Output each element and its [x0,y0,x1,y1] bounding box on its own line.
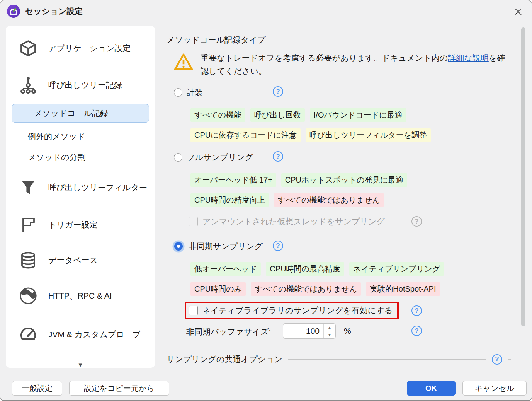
badge-row: CPU時間のみ すべての機能ではありません 実験的HotSpot-API [190,282,440,296]
sidebar-item-label: メソッドコール記録 [34,108,108,119]
help-icon-full-sampling[interactable]: ? [273,151,283,162]
sidebar-item-http-rpc-ai[interactable]: HTTP、RPC & AI [6,286,155,306]
warning-text-before: 重要なトレードオフを考慮する必要があります。ドキュメント内の [201,53,448,62]
help-icon-async-sampling[interactable]: ? [273,241,283,251]
sidebar-item-label: トリガー設定 [48,219,97,230]
copy-settings-from-button[interactable]: 設定をコピー元から [69,381,169,396]
radio-label[interactable]: フルサンプリング [187,152,253,163]
divider [271,40,507,40]
warning-icon [173,51,194,73]
dialog-title: セッション設定 [25,6,83,17]
help-icon-sample-unmounted: ? [411,216,422,227]
titlebar: セッション設定 [0,0,532,22]
limitation-badge: すべての機能ではありません [274,193,384,207]
caution-badge: CPUに依存するコードに注意 [190,128,301,142]
radio-instrumentation[interactable] [174,88,182,97]
feature-badge: 呼び出し回数 [250,108,305,122]
buffer-size-label: 非同期バッファサイズ: [186,326,271,337]
limitation-badge: すべての機能ではありません [251,282,361,296]
limitation-badge: 実験的HotSpot-API [366,282,440,296]
scrollbar-thumb[interactable] [521,27,525,326]
badge-row: CPU時間の精度向上 すべての機能ではありません [190,193,384,207]
spinner-up-icon[interactable]: ▲ [324,324,335,331]
checkbox-enable-native-library-sampling[interactable] [189,306,198,315]
sidebar-item-method-call-recording[interactable]: メソッドコール記録 [12,104,149,123]
flag-icon [19,215,37,234]
spinner-buttons: ▲ ▼ [323,324,335,338]
buffer-size-spinner: ▲ ▼ [283,323,336,339]
call-tree-icon [19,76,37,94]
feature-badge: ネイティブサンプリング [349,262,444,276]
sidebar-item-exceptional-methods[interactable]: 例外的メソッド [6,130,155,143]
divider [288,359,486,360]
sidebar-item-jvm-custom-probes[interactable]: JVM & カスタムプローブ [6,324,155,345]
sidebar-item-label: アプリケーション設定 [48,43,131,54]
checkbox-row-sample-unmounted: アンマウントされた仮想スレッドをサンプリング [189,216,385,227]
help-icon-instrumentation[interactable]: ? [273,86,283,97]
sidebar-item-split-methods[interactable]: メソッドの分割 [6,150,155,164]
divider [508,359,511,360]
radio-row-instrumentation: 計装 [174,87,203,98]
section-recording-type: メソッドコール記録タイプ [167,34,507,45]
sidebar-item-call-tree-filters[interactable]: 呼び出しツリーフィルター [6,177,155,198]
checkbox-sample-unmounted-virtual-threads [189,217,198,226]
sidebar-item-application-settings[interactable]: アプリケーション設定 [6,38,155,58]
sidebar-item-label: データベース [48,255,98,266]
radio-full-sampling[interactable] [174,153,182,162]
section-title: サンプリングの共通オプション [167,354,282,365]
radio-async-sampling[interactable] [174,242,183,251]
cancel-button[interactable]: キャンセル [462,381,527,396]
feature-badge: オーバーヘッド低 17+ [190,173,276,187]
checkbox-label[interactable]: ネイティブライブラリのサンプリングを有効にする [202,305,393,316]
feature-badge: I/Oバウンドコードに最適 [310,108,406,122]
help-icon-buffer-size[interactable]: ? [411,326,422,336]
section-title: メソッドコール記録タイプ [167,34,265,45]
radio-row-full-sampling: フルサンプリング [174,152,253,163]
checkbox-label: アンマウントされた仮想スレッドをサンプリング [202,216,385,227]
sidebar-item-label: HTTP、RPC & AI [48,290,112,301]
badge-row: オーバーヘッド低 17+ CPUホットスポットの発見に最適 [190,173,407,187]
sidebar-item-label: 呼び出しツリーフィルター [48,182,147,193]
help-icon-common-options[interactable]: ? [492,354,502,365]
sidebar-scroll-down-icon[interactable]: ▼ [6,362,155,368]
close-icon[interactable] [510,5,526,18]
globe-icon [19,287,37,305]
funnel-icon [19,178,37,197]
feature-badge: CPU時間の精度向上 [190,193,269,207]
app-logo-icon [7,4,20,18]
limitation-badge: CPU時間のみ [190,282,246,296]
sidebar-item-database[interactable]: データベース [6,250,155,270]
buffer-size-input[interactable] [283,324,323,338]
help-icon-native-library-sampling[interactable]: ? [411,305,422,316]
badge-row: すべての機能 呼び出し回数 I/Oバウンドコードに最適 [190,108,406,122]
sidebar-item-label: メソッドの分割 [28,152,85,163]
documentation-link[interactable]: 詳細な説明 [448,53,489,62]
sidebar-item-call-tree-recording[interactable]: 呼び出しツリー記録 [6,75,155,96]
feature-badge: CPUホットスポットの発見に最適 [281,173,407,187]
ok-button[interactable]: OK [407,381,456,396]
sidebar-item-trigger-settings[interactable]: トリガー設定 [6,215,155,235]
warning-banner: 重要なトレードオフを考慮する必要があります。ドキュメント内の詳細な説明を確認して… [173,51,510,77]
feature-badge: CPU時間の最高精度 [266,262,344,276]
gauge-icon [19,325,37,344]
highlight-frame-native-library-sampling: ネイティブライブラリのサンプリングを有効にする [185,302,399,319]
badge-row: CPUに依存するコードに注意 呼び出しツリーフィルターを調整 [190,128,431,142]
radio-row-async-sampling: 非同期サンプリング [173,241,263,252]
session-settings-dialog: セッション設定 アプリケーション設定 呼び出しツリー記録 [0,0,532,401]
spinner-down-icon[interactable]: ▼ [324,331,335,338]
sidebar: アプリケーション設定 呼び出しツリー記録 メソッドコール記録 例外的メソッド メ… [6,26,155,368]
feature-badge: すべての機能 [190,108,245,122]
sidebar-item-label: JVM & カスタムプローブ [48,329,141,340]
general-settings-button[interactable]: 一般設定 [12,381,62,396]
feature-badge: 低オーバーヘッド [190,262,261,276]
badge-row: 低オーバーヘッド CPU時間の最高精度 ネイティブサンプリング [190,262,444,276]
cube-icon [19,39,37,58]
sidebar-item-label: 例外的メソッド [28,131,85,142]
database-icon [19,251,37,270]
sidebar-item-label: 呼び出しツリー記録 [48,80,122,90]
section-common-sampling-options: サンプリングの共通オプション ? [167,354,511,365]
warning-text: 重要なトレードオフを考慮する必要があります。ドキュメント内の詳細な説明を確認して… [201,51,510,77]
radio-label[interactable]: 計装 [187,87,203,98]
caution-badge: 呼び出しツリーフィルターを調整 [306,128,431,142]
radio-label[interactable]: 非同期サンプリング [189,241,263,252]
